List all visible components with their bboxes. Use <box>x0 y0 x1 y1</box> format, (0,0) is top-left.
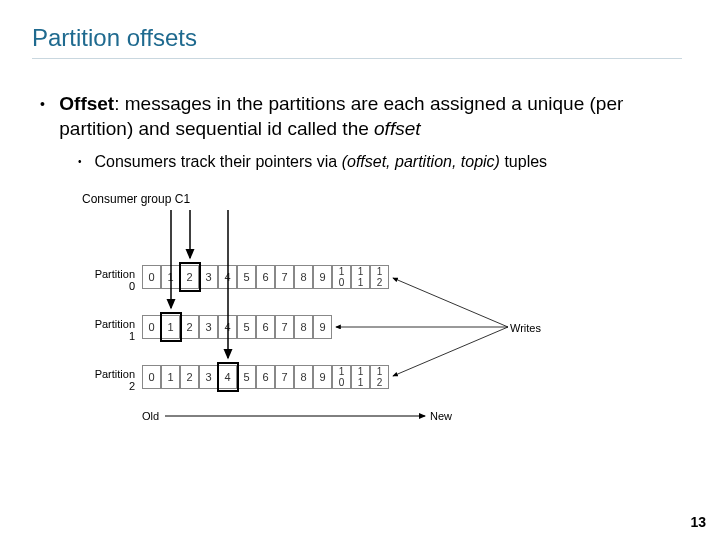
bullet-main-italic: offset <box>374 118 420 139</box>
partition-diagram: Partition 0 0123456789101112 Partition 1… <box>80 210 640 470</box>
page-number: 13 <box>690 514 706 530</box>
partition-0-offset-highlight <box>179 262 201 292</box>
bullet-dot: • <box>40 92 54 116</box>
bullet-sub-italic: (offset, partition, topic) <box>342 153 500 170</box>
partition-2-offset-highlight <box>217 362 239 392</box>
svg-line-5 <box>393 278 508 327</box>
bullet-dot: • <box>78 152 90 172</box>
slide: Partition offsets • Offset: messages in … <box>0 0 720 540</box>
bullet-main-bold: Offset <box>59 93 114 114</box>
consumer-group-label: Consumer group C1 <box>82 192 190 206</box>
partition-1-offset-highlight <box>160 312 182 342</box>
title-underline <box>32 58 682 59</box>
svg-line-7 <box>393 327 508 376</box>
bullet-main-rest: : messages in the partitions are each as… <box>59 93 623 139</box>
page-title: Partition offsets <box>32 24 197 52</box>
bullet-sub: • Consumers track their pointers via (of… <box>78 152 678 173</box>
bullet-main: • Offset: messages in the partitions are… <box>40 92 680 141</box>
bullet-sub-prefix: Consumers track their pointers via <box>94 153 341 170</box>
bullet-sub-suffix: tuples <box>500 153 547 170</box>
